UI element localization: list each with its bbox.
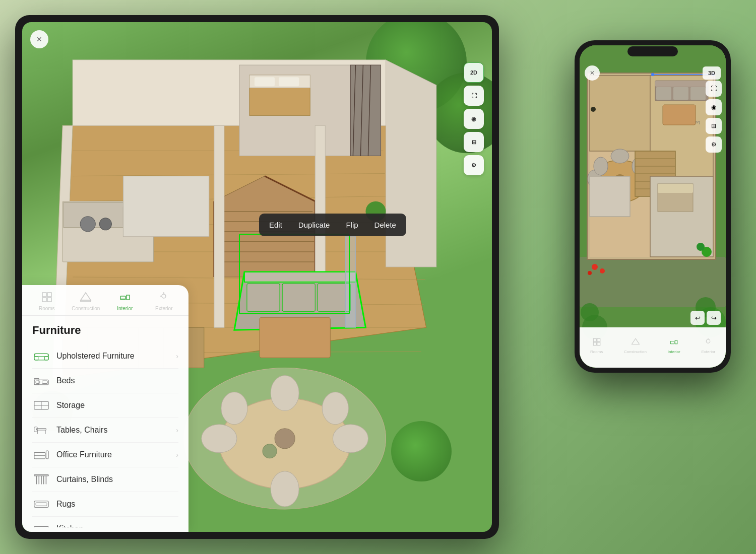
edit-menu-item[interactable]: Edit <box>261 218 290 232</box>
exterior-icon <box>157 290 171 304</box>
svg-point-73 <box>162 294 166 298</box>
furniture-item-tables-chairs[interactable]: Tables, Chairs › <box>32 418 178 443</box>
flip-menu-item[interactable]: Flip <box>338 218 366 232</box>
furniture-item-curtains[interactable]: Curtains, Blinds <box>32 467 178 492</box>
svg-marker-35 <box>214 125 224 327</box>
svg-rect-66 <box>47 293 51 297</box>
iphone-3d-button[interactable]: 3D <box>703 66 721 80</box>
iphone-tab-interior-label: Interior <box>668 350 680 354</box>
furniture-item-rugs[interactable]: Rugs <box>32 492 178 517</box>
iphone-interior-icon <box>669 337 678 349</box>
iphone-tab-exterior[interactable]: Exterior <box>702 337 716 354</box>
svg-rect-72 <box>120 298 125 300</box>
furniture-item-office[interactable]: Office Furniture › <box>32 443 178 467</box>
2d-label: 2D <box>470 70 477 76</box>
svg-rect-34 <box>123 176 209 237</box>
svg-rect-112 <box>655 81 708 87</box>
tab-exterior-label: Exterior <box>155 306 172 311</box>
iphone-camera-button[interactable]: ◉ <box>706 99 722 115</box>
svg-point-143 <box>588 271 592 275</box>
layers-button[interactable]: ⊟ <box>464 132 484 152</box>
interior-icon <box>118 290 132 304</box>
tab-interior[interactable]: Interior <box>110 290 140 311</box>
svg-rect-99 <box>36 503 47 506</box>
furniture-item-storage[interactable]: Storage <box>32 393 178 418</box>
svg-rect-115 <box>690 87 706 100</box>
svg-rect-150 <box>597 338 600 341</box>
kitchen-icon <box>32 522 50 527</box>
svg-rect-33 <box>279 77 299 86</box>
iphone-tab-bar: Rooms Construction Interior <box>580 327 726 368</box>
layers-icon: ⊟ <box>472 139 476 146</box>
svg-rect-151 <box>593 342 596 345</box>
camera-icon: ◉ <box>471 116 476 122</box>
settings-button[interactable]: ⚙ <box>464 155 484 175</box>
curtains-icon <box>32 472 50 487</box>
rugs-label: Rugs <box>56 500 178 509</box>
iphone-fullscreen-button[interactable]: ⛶ <box>706 81 722 97</box>
iphone-close-button[interactable]: ✕ <box>585 65 600 81</box>
iphone-tab-rooms[interactable]: Rooms <box>590 337 603 354</box>
view-2d-button[interactable]: 2D <box>464 62 484 83</box>
iphone-tab-construction[interactable]: Construction <box>624 337 647 354</box>
furniture-item-kitchen[interactable]: Kitchen <box>32 517 178 527</box>
svg-point-141 <box>592 264 598 270</box>
ipad-device: Edit Duplicate Flip Delete ✕ 2D ⛶ <box>15 15 499 539</box>
svg-rect-129 <box>590 176 630 217</box>
office-icon <box>32 448 50 462</box>
iphone-device: Living Room (54.2 m²) <box>575 40 731 373</box>
svg-point-147 <box>581 303 599 321</box>
rooms-icon <box>40 290 54 304</box>
beds-label: Beds <box>56 376 178 385</box>
svg-point-17 <box>99 218 111 230</box>
furniture-item-beds[interactable]: Beds <box>32 369 178 393</box>
svg-rect-154 <box>671 341 675 343</box>
sidebar-panel: Rooms Construction Interior <box>22 285 188 532</box>
svg-rect-81 <box>42 381 48 384</box>
iphone-settings-button[interactable]: ⚙ <box>706 136 722 153</box>
iphone-3d-label: 3D <box>708 70 715 76</box>
iphone-top-bar: ✕ 3D <box>580 65 726 81</box>
svg-point-140 <box>697 243 705 251</box>
close-icon: ✕ <box>36 35 42 43</box>
curtains-label: Curtains, Blinds <box>56 475 178 484</box>
svg-rect-42 <box>260 317 330 358</box>
iphone-notch <box>627 46 678 56</box>
delete-menu-item[interactable]: Delete <box>366 218 404 232</box>
ipad-close-button[interactable]: ✕ <box>30 30 48 48</box>
ipad-toolbar-right: 2D ⛶ ◉ ⊟ ⚙ <box>464 62 484 175</box>
svg-rect-149 <box>593 338 596 341</box>
svg-point-123 <box>611 149 629 163</box>
svg-point-125 <box>594 157 608 175</box>
rugs-icon <box>32 497 50 511</box>
iphone-construction-icon <box>631 337 640 349</box>
svg-rect-101 <box>34 526 48 527</box>
tab-exterior[interactable]: Exterior <box>149 290 179 311</box>
iphone-undo-button[interactable]: ↩ <box>690 311 705 325</box>
svg-marker-70 <box>81 293 91 300</box>
ipad-screen: Edit Duplicate Flip Delete ✕ 2D ⛶ <box>22 22 492 532</box>
iphone-screen: Living Room (54.2 m²) <box>580 45 726 368</box>
iphone-camera-icon: ◉ <box>711 104 716 111</box>
furniture-item-upholstered[interactable]: Upholstered Furniture › <box>32 344 178 369</box>
svg-point-142 <box>600 268 605 273</box>
iphone-rooms-icon <box>592 337 601 349</box>
iphone-tab-interior[interactable]: Interior <box>668 337 680 354</box>
iphone-tab-construction-label: Construction <box>624 350 647 354</box>
duplicate-menu-item[interactable]: Duplicate <box>290 218 338 232</box>
svg-point-148 <box>591 107 596 112</box>
ipad-tab-bar: Rooms Construction Interior <box>22 285 188 316</box>
svg-rect-92 <box>34 475 48 476</box>
svg-marker-153 <box>632 338 639 344</box>
tab-construction-label: Construction <box>72 306 100 311</box>
iphone-tab-rooms-label: Rooms <box>590 350 603 354</box>
svg-rect-108 <box>590 76 650 151</box>
storage-icon <box>32 398 50 412</box>
iphone-redo-button[interactable]: ↪ <box>707 311 721 325</box>
fullscreen-button[interactable]: ⛶ <box>464 86 484 106</box>
tab-construction[interactable]: Construction <box>71 290 101 311</box>
tab-rooms[interactable]: Rooms <box>32 290 62 311</box>
iphone-layers-button[interactable]: ⊟ <box>706 118 722 134</box>
construction-icon <box>79 290 93 304</box>
camera-button[interactable]: ◉ <box>464 109 484 129</box>
